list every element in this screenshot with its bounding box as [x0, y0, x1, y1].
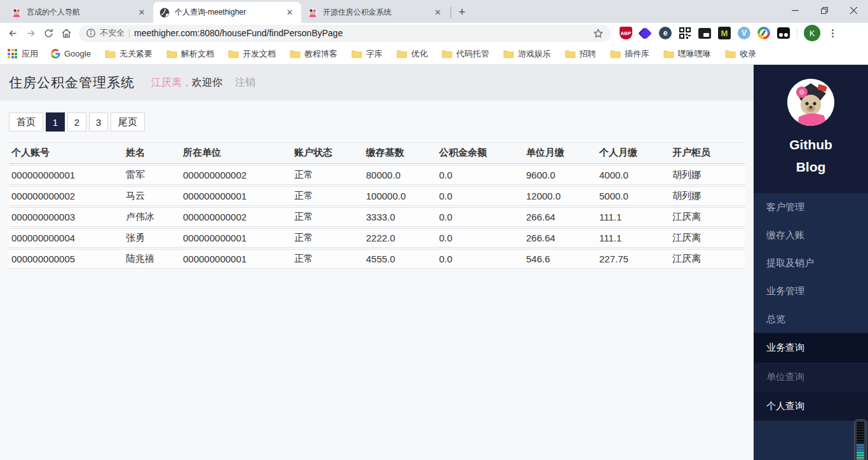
sidebar-item-客户管理[interactable]: 客户管理	[754, 193, 868, 221]
pagination: 首页 123 尾页	[9, 112, 754, 132]
last-page-button[interactable]: 尾页	[111, 112, 145, 132]
sidebar-item-总览[interactable]: 总览	[754, 305, 868, 333]
tab-close-icon[interactable]: ✕	[137, 8, 147, 18]
browser-menu-button[interactable]	[825, 29, 839, 37]
table-row: 000000000004张勇000000000001正常2222.00.0266…	[9, 228, 745, 248]
dark-globe-icon	[159, 8, 170, 18]
e-circle-extension-icon[interactable]: e	[659, 27, 672, 39]
tampermonkey-extension-icon[interactable]: M	[718, 27, 731, 39]
tab-close-icon[interactable]: ✕	[433, 8, 443, 18]
folder-icon	[105, 49, 116, 58]
profile-avatar[interactable]: K	[804, 25, 820, 41]
logged-in-user: 江厌离，	[151, 76, 192, 90]
browser-toolbar: 不安全 meethigher.com:8080/houseFund/findPe…	[0, 23, 868, 43]
qr-code-extension-icon[interactable]	[679, 27, 691, 39]
purple-diamond-extension-icon[interactable]	[639, 27, 652, 39]
sidebar-menu: 客户管理缴存入账提取及销户业务管理总览	[754, 193, 868, 333]
sidebar: Github Blog 客户管理缴存入账提取及销户业务管理总览 业务查询单位查询…	[754, 65, 868, 460]
bookmark-folder[interactable]: 教程博客	[290, 48, 337, 60]
first-page-button[interactable]: 首页	[9, 112, 43, 132]
restore-button[interactable]	[810, 0, 839, 21]
table-cell: 111.1	[597, 207, 670, 227]
binoculars-extension-icon[interactable]	[777, 27, 790, 39]
browser-tab-2[interactable]: 个人查询-meethigher✕	[153, 2, 301, 23]
picture-in-picture-extension-icon[interactable]	[698, 27, 711, 39]
page-button-2[interactable]: 2	[67, 112, 86, 132]
table-row: 000000000003卢伟冰000000000002正常3333.00.026…	[9, 207, 745, 227]
sidebar-profile: Github Blog	[754, 65, 868, 193]
pug-avatar-image	[787, 79, 834, 126]
folder-icon	[663, 49, 674, 58]
table-cell: 江厌离	[670, 207, 745, 227]
sidebar-item-单位查询[interactable]: 单位查询	[754, 362, 868, 391]
folder-icon	[290, 49, 301, 58]
tab-strip: 言成的个人导航✕个人查询-meethigher✕开源住房公积金系统✕	[0, 2, 449, 23]
column-header: 单位月缴	[524, 142, 597, 164]
sidebar-item-个人查询[interactable]: 个人查询	[754, 391, 868, 421]
table-cell: 0.0	[437, 165, 524, 185]
table-cell: 100000.0	[363, 186, 437, 206]
bookmark-label: 插件库	[625, 48, 649, 60]
table-header-row: 个人账号姓名所在单位账户状态缴存基数公积金余额单位月缴个人月缴开户柜员	[9, 142, 745, 164]
bookmark-label: 开发文档	[243, 48, 276, 60]
minimize-button[interactable]	[780, 0, 810, 21]
colorful-pencil-extension-icon[interactable]	[757, 27, 770, 39]
table-cell: 张勇	[123, 228, 180, 248]
blog-link[interactable]: Blog	[754, 156, 868, 178]
page-button-1[interactable]: 1	[46, 112, 65, 132]
bookmark-folder[interactable]: 字库	[351, 48, 383, 60]
bookmark-folder[interactable]: 优化	[397, 48, 428, 60]
github-link[interactable]: Github	[754, 133, 868, 156]
bookmark-folder[interactable]: 嘿咻嘿咻	[663, 48, 711, 60]
bookmark-label: 代码托管	[456, 48, 489, 60]
folder-icon	[397, 49, 407, 58]
table-cell: 雷军	[123, 165, 180, 185]
bookmark-folder[interactable]: 游戏娱乐	[503, 48, 551, 60]
sidebar-item-缴存入账[interactable]: 缴存入账	[754, 221, 868, 249]
browser-tab-1[interactable]: 言成的个人导航✕	[5, 2, 153, 23]
pug-avatar-icon	[308, 8, 318, 18]
bookmark-star-icon[interactable]	[593, 28, 604, 39]
bookmark-folder[interactable]: 代码托管	[442, 48, 489, 60]
bookmarks-bar: 应用 Google无关紧要解析文档开发文档教程博客字库优化代码托管游戏娱乐招聘插…	[0, 43, 868, 65]
sidebar-item-业务查询[interactable]: 业务查询	[754, 333, 868, 362]
tab-close-icon[interactable]: ✕	[285, 8, 295, 18]
new-tab-button[interactable]: +	[454, 4, 470, 20]
google-icon	[51, 49, 60, 58]
url-text[interactable]: meethigher.com:8080/houseFund/findPerson…	[134, 28, 588, 38]
pug-avatar-icon	[11, 8, 22, 18]
adblock-plus-extension-icon[interactable]: ABP	[620, 27, 632, 39]
table-cell: 江厌离	[670, 249, 745, 269]
address-bar[interactable]: 不安全 meethigher.com:8080/houseFund/findPe…	[79, 25, 611, 42]
table-cell: 000000000005	[9, 249, 123, 269]
welcome-text: 欢迎你	[192, 76, 222, 90]
bookmark-folder[interactable]: 开发文档	[228, 48, 276, 60]
browser-tab-3[interactable]: 开源住房公积金系统✕	[301, 2, 449, 23]
table-cell: 000000000002	[180, 165, 292, 185]
page-button-3[interactable]: 3	[89, 112, 108, 132]
bookmark-folder[interactable]: 收录	[725, 48, 756, 60]
apps-shortcut[interactable]: 应用	[8, 48, 38, 60]
reload-button[interactable]	[39, 24, 57, 42]
sidebar-query-group: 业务查询单位查询个人查询	[754, 333, 868, 421]
back-button[interactable]	[4, 24, 22, 42]
bookmark-folder[interactable]: 招聘	[565, 48, 596, 60]
home-button[interactable]	[57, 24, 75, 42]
video-helper-extension-icon[interactable]: V	[738, 27, 750, 39]
bookmark-folder[interactable]: 解析文档	[166, 48, 214, 60]
table-cell: 0.0	[437, 186, 524, 206]
tab-divider	[451, 7, 451, 18]
bookmark-folder[interactable]: 无关紧要	[105, 48, 153, 60]
close-window-button[interactable]	[839, 0, 868, 21]
info-icon[interactable]	[86, 29, 95, 37]
bookmark-label: 游戏娱乐	[518, 48, 551, 60]
security-label[interactable]: 不安全	[100, 27, 125, 39]
folder-icon	[228, 49, 239, 58]
table-cell: 000000000002	[180, 207, 292, 227]
bookmark-link[interactable]: Google	[51, 49, 91, 58]
bookmark-folder[interactable]: 插件库	[610, 48, 649, 60]
logout-link[interactable]: 注销	[235, 76, 255, 90]
sidebar-item-提取及销户[interactable]: 提取及销户	[754, 249, 868, 277]
sidebar-item-业务管理[interactable]: 业务管理	[754, 277, 868, 305]
forward-button[interactable]	[22, 24, 39, 42]
